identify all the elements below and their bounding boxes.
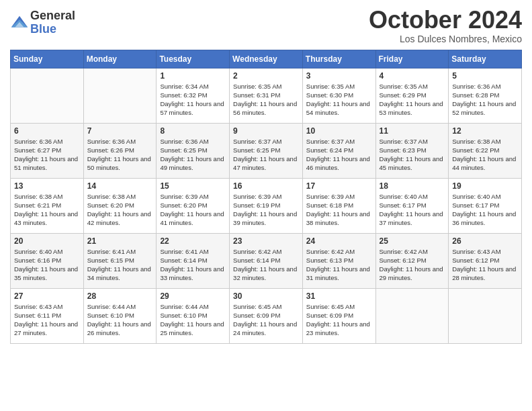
calendar-cell: 12Sunrise: 6:38 AM Sunset: 6:22 PM Dayli… xyxy=(449,123,522,178)
calendar-week-4: 20Sunrise: 6:40 AM Sunset: 6:16 PM Dayli… xyxy=(11,233,522,288)
day-number: 22 xyxy=(160,236,226,246)
day-number: 5 xyxy=(452,71,518,81)
calendar-table: SundayMondayTuesdayWednesdayThursdayFrid… xyxy=(10,50,522,344)
calendar-cell: 14Sunrise: 6:38 AM Sunset: 6:20 PM Dayli… xyxy=(83,178,157,233)
day-info: Sunrise: 6:35 AM Sunset: 6:30 PM Dayligh… xyxy=(306,82,372,118)
calendar-cell: 16Sunrise: 6:39 AM Sunset: 6:19 PM Dayli… xyxy=(230,178,303,233)
day-number: 23 xyxy=(233,236,299,246)
day-number: 10 xyxy=(306,126,372,136)
location: Los Dulces Nombres, Mexico xyxy=(369,34,522,44)
day-number: 18 xyxy=(380,181,445,191)
weekday-header-saturday: Saturday xyxy=(449,50,522,68)
calendar-week-2: 6Sunrise: 6:36 AM Sunset: 6:27 PM Daylig… xyxy=(11,123,522,178)
day-number: 2 xyxy=(233,71,299,81)
day-info: Sunrise: 6:40 AM Sunset: 6:16 PM Dayligh… xyxy=(14,247,80,283)
calendar-cell: 21Sunrise: 6:41 AM Sunset: 6:15 PM Dayli… xyxy=(83,233,157,288)
day-number: 27 xyxy=(14,291,80,301)
calendar-cell: 18Sunrise: 6:40 AM Sunset: 6:17 PM Dayli… xyxy=(375,178,449,233)
day-info: Sunrise: 6:38 AM Sunset: 6:22 PM Dayligh… xyxy=(452,137,518,173)
calendar-cell: 28Sunrise: 6:44 AM Sunset: 6:10 PM Dayli… xyxy=(83,288,157,343)
day-info: Sunrise: 6:39 AM Sunset: 6:18 PM Dayligh… xyxy=(306,192,372,228)
day-info: Sunrise: 6:43 AM Sunset: 6:11 PM Dayligh… xyxy=(14,302,80,338)
day-info: Sunrise: 6:34 AM Sunset: 6:32 PM Dayligh… xyxy=(160,82,226,118)
day-number: 14 xyxy=(87,181,153,191)
day-number: 8 xyxy=(160,126,226,136)
day-info: Sunrise: 6:45 AM Sunset: 6:09 PM Dayligh… xyxy=(306,302,372,338)
day-number: 1 xyxy=(160,71,226,81)
calendar-cell: 1Sunrise: 6:34 AM Sunset: 6:32 PM Daylig… xyxy=(157,68,230,123)
day-info: Sunrise: 6:36 AM Sunset: 6:28 PM Dayligh… xyxy=(452,82,518,118)
calendar-cell: 7Sunrise: 6:36 AM Sunset: 6:26 PM Daylig… xyxy=(83,123,157,178)
calendar-cell: 24Sunrise: 6:42 AM Sunset: 6:13 PM Dayli… xyxy=(302,233,375,288)
day-number: 7 xyxy=(87,126,153,136)
calendar-cell: 22Sunrise: 6:41 AM Sunset: 6:14 PM Dayli… xyxy=(157,233,230,288)
day-info: Sunrise: 6:41 AM Sunset: 6:15 PM Dayligh… xyxy=(87,247,153,283)
calendar-cell: 8Sunrise: 6:36 AM Sunset: 6:25 PM Daylig… xyxy=(157,123,230,178)
day-info: Sunrise: 6:35 AM Sunset: 6:31 PM Dayligh… xyxy=(233,82,299,118)
day-info: Sunrise: 6:36 AM Sunset: 6:27 PM Dayligh… xyxy=(14,137,80,173)
calendar-cell: 17Sunrise: 6:39 AM Sunset: 6:18 PM Dayli… xyxy=(302,178,375,233)
calendar-cell: 23Sunrise: 6:42 AM Sunset: 6:14 PM Dayli… xyxy=(230,233,303,288)
weekday-header-wednesday: Wednesday xyxy=(230,50,303,68)
weekday-header-monday: Monday xyxy=(83,50,157,68)
day-number: 16 xyxy=(233,181,299,191)
calendar-cell: 27Sunrise: 6:43 AM Sunset: 6:11 PM Dayli… xyxy=(11,288,84,343)
calendar-cell: 9Sunrise: 6:37 AM Sunset: 6:25 PM Daylig… xyxy=(230,123,303,178)
calendar-body: 1Sunrise: 6:34 AM Sunset: 6:32 PM Daylig… xyxy=(11,68,522,343)
day-info: Sunrise: 6:37 AM Sunset: 6:24 PM Dayligh… xyxy=(306,137,372,173)
day-number: 24 xyxy=(306,236,372,246)
calendar-cell: 25Sunrise: 6:42 AM Sunset: 6:12 PM Dayli… xyxy=(375,233,449,288)
calendar-cell: 20Sunrise: 6:40 AM Sunset: 6:16 PM Dayli… xyxy=(11,233,84,288)
day-info: Sunrise: 6:36 AM Sunset: 6:26 PM Dayligh… xyxy=(87,137,153,173)
calendar-cell xyxy=(11,68,84,123)
day-number: 26 xyxy=(452,236,518,246)
day-info: Sunrise: 6:38 AM Sunset: 6:21 PM Dayligh… xyxy=(14,192,80,228)
day-info: Sunrise: 6:40 AM Sunset: 6:17 PM Dayligh… xyxy=(380,192,445,228)
day-number: 9 xyxy=(233,126,299,136)
logo-text: General Blue xyxy=(30,9,75,36)
calendar-cell: 3Sunrise: 6:35 AM Sunset: 6:30 PM Daylig… xyxy=(302,68,375,123)
calendar-cell: 19Sunrise: 6:40 AM Sunset: 6:17 PM Dayli… xyxy=(449,178,522,233)
day-number: 30 xyxy=(233,291,299,301)
calendar-cell: 2Sunrise: 6:35 AM Sunset: 6:31 PM Daylig… xyxy=(230,68,303,123)
calendar-week-3: 13Sunrise: 6:38 AM Sunset: 6:21 PM Dayli… xyxy=(11,178,522,233)
calendar-cell: 4Sunrise: 6:35 AM Sunset: 6:29 PM Daylig… xyxy=(375,68,449,123)
logo-general: General xyxy=(30,9,75,23)
day-number: 11 xyxy=(380,126,445,136)
day-number: 25 xyxy=(380,236,445,246)
day-number: 29 xyxy=(160,291,226,301)
weekday-header-friday: Friday xyxy=(375,50,449,68)
day-number: 17 xyxy=(306,181,372,191)
logo: General Blue xyxy=(10,9,75,36)
day-number: 21 xyxy=(87,236,153,246)
calendar-cell: 10Sunrise: 6:37 AM Sunset: 6:24 PM Dayli… xyxy=(302,123,375,178)
day-info: Sunrise: 6:41 AM Sunset: 6:14 PM Dayligh… xyxy=(160,247,226,283)
day-info: Sunrise: 6:45 AM Sunset: 6:09 PM Dayligh… xyxy=(233,302,299,338)
day-number: 15 xyxy=(160,181,226,191)
weekday-header-sunday: Sunday xyxy=(11,50,84,68)
day-number: 6 xyxy=(14,126,80,136)
day-info: Sunrise: 6:42 AM Sunset: 6:14 PM Dayligh… xyxy=(233,247,299,283)
day-info: Sunrise: 6:42 AM Sunset: 6:12 PM Dayligh… xyxy=(380,247,445,283)
calendar-cell xyxy=(449,288,522,343)
day-number: 3 xyxy=(306,71,372,81)
logo-blue: Blue xyxy=(30,23,75,36)
weekday-header-tuesday: Tuesday xyxy=(157,50,230,68)
day-info: Sunrise: 6:36 AM Sunset: 6:25 PM Dayligh… xyxy=(160,137,226,173)
day-info: Sunrise: 6:44 AM Sunset: 6:10 PM Dayligh… xyxy=(87,302,153,338)
day-number: 12 xyxy=(452,126,518,136)
title-block: October 2024 Los Dulces Nombres, Mexico xyxy=(369,7,522,44)
day-number: 28 xyxy=(87,291,153,301)
day-number: 13 xyxy=(14,181,80,191)
day-number: 4 xyxy=(380,71,445,81)
day-number: 19 xyxy=(452,181,518,191)
calendar-week-5: 27Sunrise: 6:43 AM Sunset: 6:11 PM Dayli… xyxy=(11,288,522,343)
day-info: Sunrise: 6:44 AM Sunset: 6:10 PM Dayligh… xyxy=(160,302,226,338)
weekday-header-thursday: Thursday xyxy=(302,50,375,68)
day-info: Sunrise: 6:42 AM Sunset: 6:13 PM Dayligh… xyxy=(306,247,372,283)
calendar-cell: 26Sunrise: 6:43 AM Sunset: 6:12 PM Dayli… xyxy=(449,233,522,288)
calendar-cell: 29Sunrise: 6:44 AM Sunset: 6:10 PM Dayli… xyxy=(157,288,230,343)
day-number: 31 xyxy=(306,291,372,301)
logo-icon xyxy=(10,13,29,32)
day-info: Sunrise: 6:40 AM Sunset: 6:17 PM Dayligh… xyxy=(452,192,518,228)
